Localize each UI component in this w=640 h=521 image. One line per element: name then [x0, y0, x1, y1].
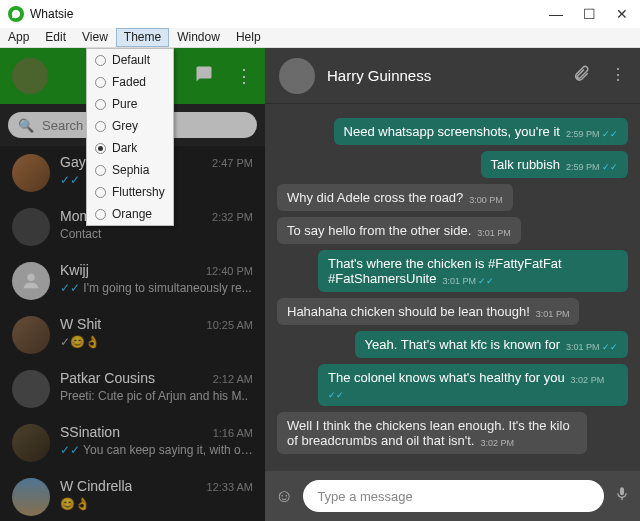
menu-theme[interactable]: Theme: [116, 28, 169, 47]
chat-time: 12:33 AM: [207, 481, 253, 493]
attach-icon[interactable]: [572, 65, 590, 87]
theme-option-dark[interactable]: Dark: [87, 137, 173, 159]
chat-name: W Shit: [60, 316, 101, 332]
message-out: The colonel knows what's healthy for you…: [277, 364, 628, 406]
message-bubble[interactable]: That's where the chicken is #FattyFatFat…: [318, 250, 628, 292]
message-bubble[interactable]: To say hello from the other side.3:01 PM: [277, 217, 521, 244]
theme-option-fluttershy[interactable]: Fluttershy: [87, 181, 173, 203]
contact-name[interactable]: Harry Guinness: [327, 67, 431, 84]
message-bubble[interactable]: Talk rubbish2:59 PM ✓✓: [481, 151, 628, 178]
menu-app[interactable]: App: [0, 28, 37, 47]
message-time: 2:59 PM ✓✓: [566, 129, 618, 139]
titlebar: Whatsie — ☐ ✕: [0, 0, 640, 28]
svg-point-0: [27, 274, 34, 281]
message-bubble[interactable]: Yeah. That's what kfc is known for3:01 P…: [355, 331, 628, 358]
menu-edit[interactable]: Edit: [37, 28, 74, 47]
radio-icon: [95, 99, 106, 110]
app-icon: [8, 6, 24, 22]
message-bubble[interactable]: Need whatsapp screenshots, you're it2:59…: [334, 118, 628, 145]
message-bubble[interactable]: Hahahaha chicken should be lean though!3…: [277, 298, 579, 325]
chat-item[interactable]: W Shit10:25 AM✓😊👌: [0, 308, 265, 362]
chat-avatar: [12, 478, 50, 516]
chat-name: SSination: [60, 424, 120, 440]
theme-option-orange[interactable]: Orange: [87, 203, 173, 225]
chat-name: Patkar Cousins: [60, 370, 155, 386]
radio-icon: [95, 143, 106, 154]
chat-time: 2:47 PM: [212, 157, 253, 169]
radio-icon: [95, 55, 106, 66]
menu-help[interactable]: Help: [228, 28, 269, 47]
message-bubble[interactable]: Well I think the chickens lean enough. I…: [277, 412, 587, 454]
theme-option-sephia[interactable]: Sephia: [87, 159, 173, 181]
message-input[interactable]: Type a message: [303, 480, 604, 512]
message-time: 2:59 PM ✓✓: [566, 162, 618, 172]
chat-avatar: [12, 262, 50, 300]
theme-option-pure[interactable]: Pure: [87, 93, 173, 115]
maximize-button[interactable]: ☐: [583, 6, 596, 22]
chat-item[interactable]: Patkar Cousins2:12 AMPreeti: Cute pic of…: [0, 362, 265, 416]
close-button[interactable]: ✕: [616, 6, 628, 22]
radio-icon: [95, 121, 106, 132]
theme-dropdown: DefaultFadedPureGreyDarkSephiaFluttershy…: [86, 48, 174, 226]
chat-avatar: [12, 208, 50, 246]
message-time: 3:01 PM ✓✓: [566, 342, 618, 352]
window-controls: — ☐ ✕: [549, 6, 632, 22]
message-in: Well I think the chickens lean enough. I…: [277, 412, 628, 454]
thread: Harry Guinness ⋮ Need whatsapp screensho…: [265, 48, 640, 521]
chat-time: 10:25 AM: [207, 319, 253, 331]
message-bubble[interactable]: Why did Adele cross the road?3:00 PM: [277, 184, 513, 211]
chat-avatar: [12, 370, 50, 408]
chat-time: 2:32 PM: [212, 211, 253, 223]
message-time: 3:02 PM ✓✓: [328, 375, 604, 400]
message-time: 3:01 PM ✓✓: [442, 276, 494, 286]
thread-menu-icon[interactable]: ⋮: [610, 65, 626, 87]
theme-option-faded[interactable]: Faded: [87, 71, 173, 93]
chat-avatar: [12, 424, 50, 462]
radio-icon: [95, 187, 106, 198]
message-bubble[interactable]: The colonel knows what's healthy for you…: [318, 364, 628, 406]
chat-preview: Preeti: Cute pic of Arjun and his M..: [60, 389, 253, 403]
minimize-button[interactable]: —: [549, 6, 563, 22]
chat-avatar: [12, 316, 50, 354]
radio-icon: [95, 77, 106, 88]
chat-time: 12:40 PM: [206, 265, 253, 277]
radio-icon: [95, 209, 106, 220]
mic-icon[interactable]: [614, 485, 630, 508]
message-time: 3:00 PM: [469, 195, 503, 205]
emoji-icon[interactable]: ☺: [275, 486, 293, 507]
message-time: 3:01 PM: [477, 228, 511, 238]
message-time: 3:02 PM: [480, 438, 514, 448]
profile-avatar[interactable]: [12, 58, 48, 94]
theme-option-grey[interactable]: Grey: [87, 115, 173, 137]
window-title: Whatsie: [30, 7, 73, 21]
chat-avatar: [12, 154, 50, 192]
message-in: Hahahaha chicken should be lean though!3…: [277, 298, 628, 325]
chat-preview: ✓✓ I'm going to simultaneously re...: [60, 281, 253, 295]
menubar: AppEditViewThemeWindowHelp: [0, 28, 640, 48]
menu-icon[interactable]: ⋮: [235, 65, 253, 88]
new-chat-icon[interactable]: [195, 65, 213, 88]
chat-item[interactable]: W Cindrella12:33 AM😊👌: [0, 470, 265, 521]
message-out: Talk rubbish2:59 PM ✓✓: [277, 151, 628, 178]
radio-icon: [95, 165, 106, 176]
chat-preview: ✓😊👌: [60, 335, 253, 349]
menu-window[interactable]: Window: [169, 28, 228, 47]
messages: Need whatsapp screenshots, you're it2:59…: [265, 104, 640, 471]
theme-option-default[interactable]: Default: [87, 49, 173, 71]
thread-header: Harry Guinness ⋮: [265, 48, 640, 104]
chat-item[interactable]: SSination1:16 AM✓✓ You can keep saying i…: [0, 416, 265, 470]
menu-view[interactable]: View: [74, 28, 116, 47]
chat-preview: Contact: [60, 227, 253, 241]
chat-name: Kwijj: [60, 262, 89, 278]
chat-time: 1:16 AM: [213, 427, 253, 439]
message-in: Why did Adele cross the road?3:00 PM: [277, 184, 628, 211]
message-in: To say hello from the other side.3:01 PM: [277, 217, 628, 244]
contact-avatar[interactable]: [279, 58, 315, 94]
message-out: That's where the chicken is #FattyFatFat…: [277, 250, 628, 292]
chat-name: Gay: [60, 154, 86, 170]
chat-preview: ✓✓ You can keep saying it, with or...: [60, 443, 253, 457]
composer: ☺ Type a message: [265, 471, 640, 521]
chat-preview: 😊👌: [60, 497, 253, 511]
message-out: Yeah. That's what kfc is known for3:01 P…: [277, 331, 628, 358]
chat-item[interactable]: Kwijj12:40 PM✓✓ I'm going to simultaneou…: [0, 254, 265, 308]
